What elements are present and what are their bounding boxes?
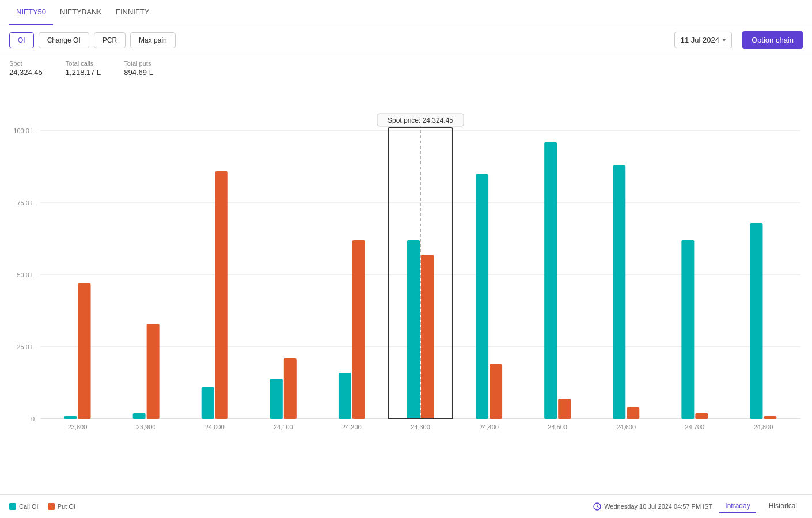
call-oi-label: Call OI (19, 503, 39, 510)
put-bar[interactable] (490, 364, 502, 419)
put-bar[interactable] (78, 283, 91, 419)
oi-button[interactable]: OI (9, 32, 34, 48)
total-puts-label: Total puts (124, 60, 153, 67)
date-label: 11 Jul 2024 (681, 36, 719, 44)
tab-niftybank[interactable]: NIFTYBANK (53, 0, 109, 25)
svg-text:24,500: 24,500 (548, 424, 567, 430)
svg-text:24,100: 24,100 (274, 424, 293, 430)
total-calls-stat: Total calls 1,218.17 L (66, 60, 101, 77)
call-bar[interactable] (476, 174, 488, 419)
intraday-button[interactable]: Intraday (719, 500, 756, 513)
toolbar: OI Change OI PCR Max pain 11 Jul 2024 ▾ … (0, 25, 812, 55)
put-bar[interactable] (695, 413, 708, 419)
total-calls-label: Total calls (66, 60, 101, 67)
call-bar[interactable] (202, 387, 214, 419)
main-wrapper: NIFTY50 NIFTYBANK FINNIFTY OI Change OI … (0, 0, 812, 518)
svg-text:Spot price: 24,324.45: Spot price: 24,324.45 (388, 116, 453, 124)
svg-text:75.0 L: 75.0 L (17, 199, 35, 206)
call-bar[interactable] (270, 379, 283, 419)
refresh-icon (593, 502, 601, 511)
chart-svg: 0 25.0 L 50.0 L 75.0 L 100.0 L 23,80023,… (0, 85, 812, 477)
max-pain-button[interactable]: Max pain (130, 32, 176, 48)
footer-right: Wednesday 10 Jul 2024 04:57 PM IST Intra… (593, 500, 803, 513)
tab-nifty50[interactable]: NIFTY50 (9, 0, 53, 25)
svg-text:24,000: 24,000 (205, 424, 225, 430)
svg-text:24,200: 24,200 (342, 424, 362, 430)
put-bar[interactable] (627, 407, 639, 419)
put-bar[interactable] (421, 255, 434, 419)
call-bar[interactable] (64, 416, 77, 419)
call-bar[interactable] (544, 142, 557, 419)
put-bar[interactable] (558, 399, 571, 419)
svg-text:25.0 L: 25.0 L (17, 343, 35, 350)
date-selector[interactable]: 11 Jul 2024 ▾ (674, 32, 732, 48)
svg-text:0: 0 (31, 415, 35, 422)
chevron-down-icon: ▾ (723, 37, 726, 43)
top-nav: NIFTY50 NIFTYBANK FINNIFTY (0, 0, 812, 25)
timestamp: Wednesday 10 Jul 2024 04:57 PM IST (593, 502, 712, 511)
total-puts-stat: Total puts 894.69 L (124, 60, 153, 77)
svg-text:24,400: 24,400 (479, 424, 499, 430)
svg-text:100.0 L: 100.0 L (13, 127, 35, 134)
put-bar[interactable] (284, 358, 297, 419)
call-bar[interactable] (339, 373, 351, 419)
total-calls-value: 1,218.17 L (66, 68, 101, 77)
put-oi-color (48, 503, 55, 510)
change-oi-button[interactable]: Change OI (39, 32, 89, 48)
option-chain-button[interactable]: Option chain (742, 31, 803, 49)
call-bar[interactable] (681, 240, 694, 419)
historical-button[interactable]: Historical (763, 500, 803, 513)
call-bar[interactable] (750, 223, 762, 419)
svg-text:23,900: 23,900 (136, 424, 156, 430)
tab-finnifty[interactable]: FINNIFTY (109, 0, 157, 25)
call-bar[interactable] (133, 413, 146, 419)
call-oi-legend: Call OI (9, 503, 39, 510)
svg-text:24,600: 24,600 (616, 424, 636, 430)
chart-section: 0 25.0 L 50.0 L 75.0 L 100.0 L 23,80023,… (0, 79, 812, 517)
svg-text:24,300: 24,300 (411, 424, 430, 430)
svg-text:24,800: 24,800 (754, 424, 773, 430)
total-puts-value: 894.69 L (124, 68, 153, 77)
svg-text:50.0 L: 50.0 L (17, 271, 35, 278)
put-bar[interactable] (147, 324, 160, 419)
put-bar[interactable] (215, 171, 228, 419)
call-bar[interactable] (407, 240, 420, 419)
footer: Call OI Put OI Wednesday 10 Jul 2024 04:… (0, 494, 812, 518)
put-bar[interactable] (764, 416, 776, 419)
put-oi-label: Put OI (58, 503, 75, 510)
svg-text:24,700: 24,700 (685, 424, 705, 430)
pcr-button[interactable]: PCR (94, 32, 126, 48)
stats-row: Spot 24,324.45 Total calls 1,218.17 L To… (0, 55, 812, 79)
put-oi-legend: Put OI (48, 503, 75, 510)
call-oi-color (9, 503, 16, 510)
spot-stat: Spot 24,324.45 (9, 60, 43, 77)
timestamp-text: Wednesday 10 Jul 2024 04:57 PM IST (604, 503, 712, 510)
spot-value: 24,324.45 (9, 68, 43, 77)
legend: Call OI Put OI (9, 503, 75, 510)
svg-text:23,800: 23,800 (68, 424, 88, 430)
spot-label: Spot (9, 60, 43, 67)
call-bar[interactable] (613, 165, 625, 419)
put-bar[interactable] (352, 240, 365, 419)
